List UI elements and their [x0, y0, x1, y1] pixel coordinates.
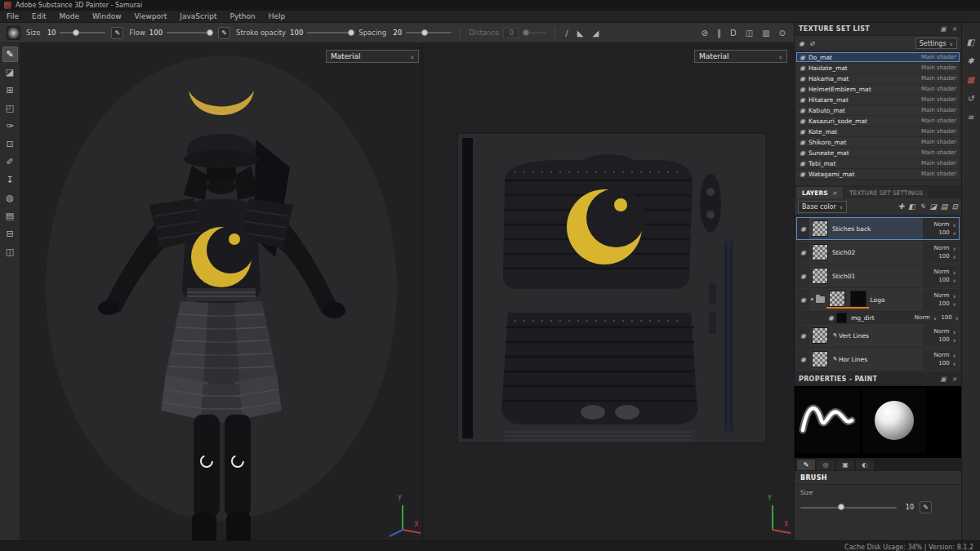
visibility-eye-icon[interactable]: ◉ — [800, 96, 805, 104]
brush-size-pressure-icon[interactable]: ✎ — [920, 501, 932, 513]
spacing-slider[interactable] — [406, 32, 452, 33]
layer-row-child[interactable]: ◉ mg_dirt Norm∨ 100∨ — [796, 312, 960, 323]
layer-visibility-icon[interactable]: ◉ — [800, 249, 806, 256]
profile-right-icon[interactable]: ◢ — [590, 29, 600, 38]
layer-visibility-icon[interactable]: ◉ — [800, 332, 806, 340]
visibility-eye-icon[interactable]: ◉ — [800, 149, 805, 157]
shader-settings-icon[interactable]: ✱ — [967, 56, 973, 65]
projection-tool-icon[interactable]: ⊞ — [2, 82, 18, 98]
layer-thumbnail[interactable] — [829, 291, 845, 307]
texture-set-row[interactable]: ◉ Tabi_mat Main shader — [796, 158, 960, 168]
add-mask-icon[interactable]: ◪ — [929, 202, 937, 211]
layer-row[interactable]: ◉ ✎ Hor Lines Norm∨ 100∨ — [796, 348, 960, 371]
visibility-eye-icon[interactable]: ◉ — [800, 128, 805, 136]
opacity-dropdown[interactable]: 100∨ — [938, 300, 956, 307]
pause-engine-icon[interactable]: ‖ — [715, 29, 723, 38]
brush-tip-preview[interactable] — [7, 26, 20, 40]
texture-set-shader[interactable]: Main shader — [921, 86, 956, 92]
visibility-eye-icon[interactable]: ◉ — [800, 160, 805, 167]
menu-edit[interactable]: Edit — [25, 12, 52, 20]
visibility-eye-icon[interactable]: ◉ — [800, 64, 805, 72]
texture-set-shader[interactable]: Main shader — [921, 75, 956, 82]
texture-set-row[interactable]: ◉ Kote_mat Main shader — [796, 127, 960, 136]
channel-dropdown[interactable]: Base color ∨ — [798, 201, 847, 213]
menu-viewport[interactable]: Viewport — [128, 12, 174, 20]
opacity-dropdown[interactable]: 100∨ — [938, 360, 956, 367]
menu-window[interactable]: Window — [86, 12, 128, 20]
clone-tool-icon[interactable]: ⊡ — [2, 136, 18, 152]
layer-name[interactable]: Vert Lines — [839, 332, 923, 340]
menu-mode[interactable]: Mode — [53, 12, 87, 20]
opacity-dropdown[interactable]: 100∨ — [938, 336, 956, 343]
layer-name[interactable]: Stich02 — [832, 249, 923, 256]
texture-set-shader[interactable]: Main shader — [921, 171, 956, 177]
brush-tab-icon[interactable]: ✎ — [797, 460, 815, 470]
material-picker-tool-icon[interactable]: ✐ — [2, 154, 18, 170]
blend-mode-dropdown[interactable]: Norm∨ — [934, 221, 957, 228]
layer-row-folder[interactable]: ◉ ▾ Logo Norm∨ 100∨ — [796, 288, 960, 311]
texture-set-shader[interactable]: Main shader — [921, 54, 956, 60]
delete-layer-icon[interactable]: ⊟ — [951, 202, 958, 211]
mask-thumbnail[interactable] — [850, 291, 866, 307]
viewport3d-material-dropdown[interactable]: Material ∨ — [326, 50, 419, 63]
uv-texture-view[interactable]: Y X — [423, 43, 794, 540]
layer-visibility-icon[interactable]: ◉ — [800, 356, 806, 363]
stroke-preview[interactable] — [796, 388, 860, 453]
show-all-eye-icon[interactable]: ◉ — [799, 40, 804, 47]
stencil-tab-icon[interactable]: ▣ — [836, 460, 854, 470]
visibility-eye-icon[interactable]: ◉ — [800, 75, 805, 82]
material-preview[interactable] — [862, 388, 926, 453]
texture-set-shader[interactable]: Main shader — [921, 96, 956, 103]
solo-eye-icon[interactable]: ⊘ — [809, 40, 815, 47]
shelf-toggle-icon[interactable]: ▤ — [2, 208, 18, 224]
texture-set-row[interactable]: ◉ Watagami_mat Main shader — [796, 169, 960, 179]
opacity-dropdown[interactable]: 100∨ — [938, 229, 956, 236]
visibility-eye-icon[interactable]: ◉ — [800, 54, 805, 61]
falloff-curve-icon[interactable]: ∕ — [564, 29, 569, 38]
opacity-dropdown[interactable]: 100∨ — [938, 277, 956, 283]
layer-name[interactable]: Stich01 — [832, 273, 923, 280]
layer-thumbnail[interactable] — [812, 327, 828, 344]
spacing-value[interactable]: 20 — [390, 29, 402, 37]
alpha-tab-icon[interactable]: ◎ — [817, 460, 835, 470]
texture-set-row[interactable]: ◉ Suneate_mat Main shader — [796, 148, 960, 158]
paint-tool-icon[interactable]: ✎ — [2, 47, 18, 62]
texture-set-shader[interactable]: Main shader — [921, 128, 956, 135]
brush-section-header[interactable]: BRUSH — [795, 471, 961, 485]
symmetry-icon[interactable]: ◫ — [744, 29, 755, 38]
display-toggle-icon[interactable]: ◫ — [2, 244, 18, 260]
layer-row[interactable]: ◉ Stiches back Norm∨ 100∨ — [796, 217, 960, 240]
add-fill-layer-icon[interactable]: ◧ — [908, 202, 915, 211]
layer-thumbnail[interactable] — [812, 351, 828, 367]
blend-mode-dropdown[interactable]: Norm∨ — [934, 292, 957, 299]
visibility-eye-icon[interactable]: ◉ — [800, 118, 805, 125]
blend-mode-dropdown[interactable]: Norm∨ — [934, 245, 957, 251]
brush-size-value[interactable]: 10 — [902, 504, 914, 511]
menu-python[interactable]: Python — [223, 12, 261, 20]
polygon-fill-tool-icon[interactable]: ◰ — [2, 100, 18, 116]
add-effect-icon[interactable]: ✚ — [898, 202, 905, 211]
display-mode-icon[interactable]: D — [728, 29, 738, 38]
blend-mode-dropdown[interactable]: Norm∨ — [934, 328, 957, 335]
texture-set-row[interactable]: ◉ Haidate_mat Main shader — [796, 63, 960, 73]
layer-visibility-icon[interactable]: ◉ — [800, 225, 806, 233]
texture-set-shader[interactable]: Main shader — [921, 160, 956, 167]
visibility-eye-icon[interactable]: ◉ — [800, 139, 805, 146]
close-panel-icon[interactable]: × — [951, 375, 957, 383]
layer-name[interactable]: Logo — [871, 296, 923, 304]
stroke-opacity-slider[interactable] — [307, 32, 353, 33]
layer-thumbnail[interactable] — [812, 244, 828, 260]
mask-toggle-icon[interactable]: ⊟ — [2, 226, 18, 242]
stroke-opacity-value[interactable]: 100 — [290, 29, 303, 37]
layer-thumbnail[interactable] — [836, 313, 847, 323]
profile-left-icon[interactable]: ◣ — [576, 29, 586, 38]
menu-file[interactable]: File — [0, 12, 25, 20]
visibility-eye-icon[interactable]: ◉ — [800, 86, 805, 93]
eraser-tool-icon[interactable]: ◪ — [2, 64, 18, 80]
size-value[interactable]: 10 — [44, 29, 56, 37]
visibility-eye-icon[interactable]: ◉ — [800, 107, 805, 114]
texture-set-row[interactable]: ◉ Kasazuri_sode_mat Main shader — [796, 116, 960, 126]
camera-video-icon[interactable]: ▥ — [760, 29, 771, 38]
opacity-dropdown[interactable]: 100∨ — [941, 314, 959, 321]
layer-visibility-icon[interactable]: ◉ — [800, 273, 806, 280]
